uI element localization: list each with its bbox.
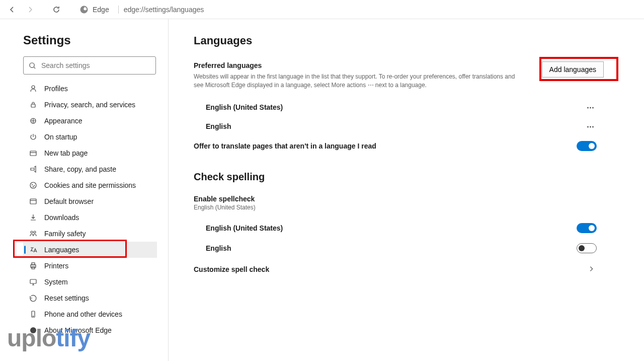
search-input[interactable]: [41, 61, 150, 69]
nav-label: About Microsoft Edge: [44, 326, 112, 334]
nav-reset[interactable]: Reset settings: [23, 290, 157, 306]
appearance-icon: [29, 117, 37, 125]
nav-label: On startup: [44, 133, 77, 141]
nav-phone[interactable]: Phone and other devices: [23, 306, 157, 322]
search-icon: [29, 62, 36, 69]
svg-point-18: [30, 327, 36, 333]
nav-label: Reset settings: [44, 294, 89, 302]
spellcheck-language-name: English (United States): [206, 224, 283, 232]
svg-point-6: [32, 185, 33, 185]
refresh-button[interactable]: [48, 2, 64, 18]
svg-rect-4: [30, 151, 36, 156]
add-languages-button[interactable]: Add languages: [542, 61, 604, 78]
preferred-languages-heading: Preferred languages: [194, 61, 526, 69]
page-title: Languages: [194, 34, 604, 47]
nav-cookies[interactable]: Cookies and site permissions: [23, 177, 157, 193]
nav-label: New tab page: [44, 149, 88, 157]
address-bar[interactable]: edge://settings/languages: [118, 6, 204, 14]
svg-point-0: [30, 62, 34, 67]
more-actions-button[interactable]: ⋯: [587, 103, 595, 112]
nav-family[interactable]: Family safety: [23, 226, 157, 242]
settings-title: Settings: [23, 33, 157, 47]
customize-label: Customize spell check: [194, 265, 269, 273]
settings-nav: Profiles Privacy, search, and services A…: [23, 81, 157, 338]
about-icon: [29, 326, 37, 334]
nav-privacy[interactable]: Privacy, search, and services: [23, 97, 157, 113]
edge-icon: [79, 5, 89, 14]
nav-label: Appearance: [44, 117, 83, 125]
nav-profiles[interactable]: Profiles: [23, 81, 157, 97]
spellcheck-language-row: English (United States): [194, 218, 604, 238]
nav-label: Printers: [44, 262, 68, 270]
svg-rect-9: [30, 199, 36, 204]
enable-spellcheck-label: Enable spellcheck: [194, 195, 604, 203]
svg-rect-14: [32, 267, 35, 269]
svg-rect-13: [32, 263, 35, 265]
reset-icon: [29, 294, 37, 302]
printer-icon: [29, 262, 37, 270]
preferred-languages-description: Websites will appear in the first langua…: [194, 73, 526, 90]
svg-point-10: [31, 231, 33, 233]
nav-label: Phone and other devices: [44, 310, 122, 318]
nav-languages[interactable]: Languages: [23, 242, 157, 258]
nav-label: Profiles: [44, 85, 68, 93]
nav-system[interactable]: System: [23, 274, 157, 290]
download-icon: [29, 213, 37, 222]
cookie-icon: [29, 181, 37, 189]
nav-default-browser[interactable]: Default browser: [23, 193, 157, 209]
nav-label: Languages: [44, 246, 79, 254]
svg-rect-2: [31, 104, 35, 107]
browser-identity: Edge: [74, 5, 114, 14]
nav-label: Family safety: [44, 230, 86, 238]
svg-point-1: [32, 86, 35, 89]
translate-toggle-label: Offer to translate pages that aren't in …: [194, 142, 376, 150]
language-row: English (United States) ⋯: [194, 98, 604, 117]
enable-spellcheck-desc: English (United States): [194, 204, 604, 211]
nav-label: Privacy, search, and services: [44, 101, 135, 109]
nav-downloads[interactable]: Downloads: [23, 209, 157, 226]
search-settings-box[interactable]: [23, 56, 156, 75]
nav-label: Downloads: [44, 213, 79, 222]
translate-toggle[interactable]: [577, 141, 597, 151]
svg-point-7: [34, 186, 35, 186]
svg-point-17: [33, 316, 34, 317]
browser-name: Edge: [93, 6, 109, 14]
customize-spell-check-link[interactable]: Customize spell check: [194, 258, 604, 281]
svg-rect-15: [30, 279, 36, 283]
svg-point-8: [33, 187, 34, 187]
nav-label: Share, copy, and paste: [44, 165, 116, 173]
system-icon: [29, 278, 37, 286]
browser-icon: [29, 197, 37, 205]
language-name: English (United States): [206, 103, 283, 111]
nav-startup[interactable]: On startup: [23, 129, 157, 145]
spellcheck-toggle[interactable]: [577, 243, 597, 253]
nav-newtab[interactable]: New tab page: [23, 145, 157, 161]
more-actions-button[interactable]: ⋯: [587, 122, 595, 131]
lock-icon: [29, 101, 37, 109]
phone-icon: [29, 310, 37, 318]
family-icon: [29, 230, 37, 238]
profile-icon: [29, 85, 37, 93]
nav-share[interactable]: Share, copy, and paste: [23, 161, 157, 177]
spellcheck-language-row: English: [194, 238, 604, 258]
tab-icon: [29, 149, 37, 157]
nav-label: Default browser: [44, 197, 94, 205]
svg-point-11: [34, 231, 36, 233]
power-icon: [29, 133, 37, 141]
nav-about[interactable]: About Microsoft Edge: [23, 322, 157, 338]
chevron-right-icon: [588, 265, 595, 274]
nav-appearance[interactable]: Appearance: [23, 113, 157, 129]
spellcheck-toggle[interactable]: [577, 223, 597, 233]
spellcheck-language-name: English: [206, 244, 231, 252]
nav-label: System: [44, 278, 68, 286]
language-row: English ⋯: [194, 117, 604, 136]
language-name: English: [206, 122, 231, 130]
nav-printers[interactable]: Printers: [23, 258, 157, 274]
check-spelling-heading: Check spelling: [194, 171, 604, 183]
share-icon: [29, 165, 37, 173]
back-button[interactable]: [4, 2, 20, 18]
languages-icon: [29, 246, 37, 254]
nav-label: Cookies and site permissions: [44, 181, 136, 189]
svg-point-5: [30, 182, 36, 188]
forward-button[interactable]: [22, 2, 38, 18]
